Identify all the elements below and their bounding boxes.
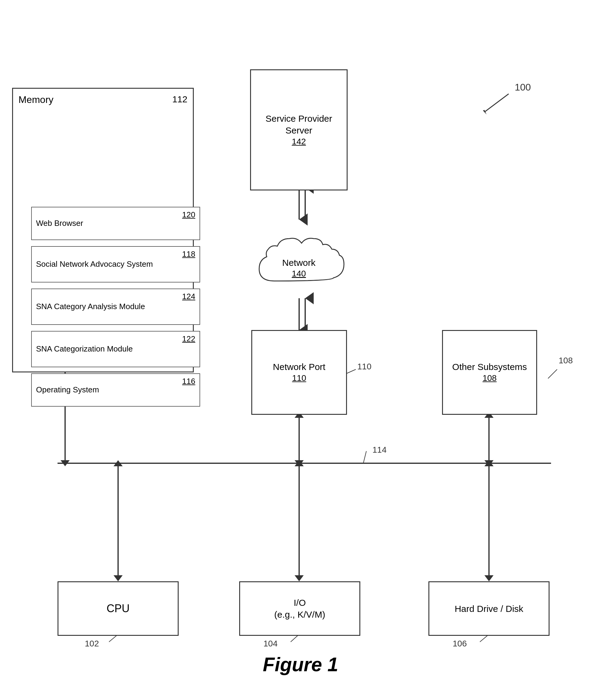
operating-system-label: Operating System [36,385,99,395]
web-browser-box: Web Browser 120 [31,207,200,240]
svg-text:140: 140 [292,269,306,278]
svg-marker-19 [114,575,123,581]
svg-marker-20 [114,460,123,466]
svg-marker-23 [295,460,304,466]
figure-label: Figure 1 [0,653,601,676]
svg-marker-17 [484,460,494,466]
ref-104-label: 104 [264,639,278,649]
svg-line-30 [363,451,366,463]
other-subsystems-ref: 108 [483,373,497,383]
hard-drive-label: Hard Drive / Disk [455,603,524,615]
svg-marker-22 [295,575,304,581]
ref-114-label: 114 [372,445,386,455]
svg-line-34 [548,369,557,378]
io-box: I/O(e.g., K/V/M) [239,581,360,636]
sna-categorization-ref: 122 [182,334,195,344]
network-cloud: Network 140 [250,220,348,299]
network-port-label: Network Port [273,361,325,373]
svg-text:Network: Network [282,258,316,268]
other-subsystems-box: Other Subsystems 108 [442,330,537,415]
web-browser-label: Web Browser [36,218,83,229]
svg-marker-14 [295,460,304,466]
memory-label: Memory [19,94,54,105]
social-network-ref: 118 [182,249,195,259]
service-provider-server-ref: 142 [292,136,306,147]
svg-line-27 [484,94,509,112]
memory-box: Memory 112 Web Browser 120 Social Networ… [12,88,194,372]
ref-106-label: 106 [453,639,467,649]
ref-108-label: 108 [559,356,573,366]
ref-100: 100 [515,82,531,93]
svg-marker-11 [60,460,70,466]
cpu-box: CPU [57,581,179,636]
operating-system-box: Operating System 116 [31,373,200,407]
web-browser-ref: 120 [182,210,195,220]
other-subsystems-label: Other Subsystems [452,361,527,373]
svg-marker-25 [484,575,494,581]
cpu-label: CPU [106,602,130,616]
io-label: I/O(e.g., K/V/M) [274,597,325,620]
sna-categorization-label: SNA Categorization Module [36,344,133,354]
service-provider-server-label: Service Provider Server [251,112,347,136]
sna-category-label: SNA Category Analysis Module [36,302,145,312]
service-provider-server-box: Service Provider Server 142 [250,69,348,191]
network-port-box: Network Port 110 [251,330,347,415]
svg-marker-28 [483,110,486,115]
sna-category-box: SNA Category Analysis Module 124 [31,289,200,325]
sna-category-ref: 124 [182,292,195,302]
memory-ref: 112 [172,94,187,104]
sna-categorization-box: SNA Categorization Module 122 [31,331,200,367]
social-network-label: Social Network Advocacy System [36,259,153,270]
network-port-ref: 110 [292,373,306,383]
svg-marker-26 [484,460,494,466]
social-network-box: Social Network Advocacy System 118 [31,246,200,282]
operating-system-ref: 116 [182,376,195,386]
ref-110-label: 110 [357,362,372,372]
ref-102-label: 102 [85,639,99,649]
diagram: Service Provider Server 142 Network 140 … [0,0,601,700]
hard-drive-box: Hard Drive / Disk [428,581,550,636]
